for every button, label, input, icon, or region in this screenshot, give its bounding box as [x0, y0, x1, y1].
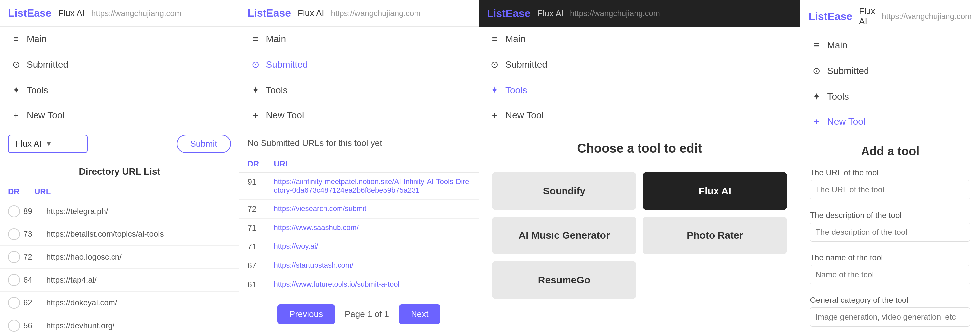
panel4-nav-submitted[interactable]: ⊙ Submitted [800, 58, 980, 84]
panel1-newtool-label: New Tool [27, 110, 65, 121]
category-label: General category of the tool [810, 295, 970, 305]
desc-input[interactable] [810, 222, 970, 242]
row-radio[interactable] [8, 205, 20, 217]
name-section: The name of the tool [800, 250, 980, 292]
row-radio[interactable] [8, 274, 20, 286]
tool-card-soundify[interactable]: Soundify [492, 172, 636, 210]
sub-row-url: https://viesearch.com/submit [274, 204, 470, 213]
sub-col-url: URL [274, 159, 470, 168]
panel4-topbar: ListEase Flux AI https://wangchujiang.co… [800, 0, 980, 33]
category-input[interactable] [810, 307, 970, 327]
dropdown-value: Flux AI [15, 139, 41, 149]
sub-row: 71 https://woy.ai/ [239, 237, 478, 256]
panel3-nav-submitted[interactable]: ⊙ Submitted [479, 52, 800, 77]
panel3-submitted-icon: ⊙ [490, 59, 500, 70]
next-button[interactable]: Next [399, 305, 441, 324]
tool-card-resumego[interactable]: ResumeGo [492, 261, 636, 299]
panel4-nav-tools[interactable]: ✦ Tools [800, 84, 980, 109]
panel3-tools-label: Tools [506, 85, 527, 95]
panel2-topbar: ListEase Flux AI https://wangchujiang.co… [239, 0, 478, 27]
sub-row-dr: 71 [247, 223, 267, 232]
panel1-main-label: Main [27, 34, 47, 44]
col-dr-header: DR [8, 187, 35, 196]
sub-row-dr: 72 [247, 204, 267, 214]
sub-row: 56 https://supertools.therundown.ai/subm… [239, 294, 478, 297]
table-row: 56 https://devhunt.org/ [0, 315, 239, 332]
panel2-logo: ListEase [247, 7, 291, 19]
panel3-nav-tools[interactable]: ✦ Tools [479, 77, 800, 103]
page-info: Page 1 of 1 [345, 309, 389, 319]
panel1-main-icon: ≡ [11, 34, 21, 44]
panel3-logo: ListEase [487, 7, 531, 19]
table-row: 64 https://tap4.ai/ [0, 268, 239, 292]
panel4-logo: ListEase [808, 10, 852, 22]
panel1-nav-submitted[interactable]: ⊙ Submitted [0, 52, 239, 77]
panel3-nav-newtool[interactable]: + New Tool [479, 103, 800, 128]
tool-card-soundify-label: Soundify [543, 186, 585, 196]
sub-row-url: https://www.saashub.com/ [274, 223, 470, 232]
panel1-nav-tools[interactable]: ✦ Tools [0, 77, 239, 103]
pagination: Previous Page 1 of 1 Next [239, 297, 478, 332]
panel1-nav-newtool[interactable]: + New Tool [0, 103, 239, 128]
panel2-nav-submitted[interactable]: ⊙ Submitted [239, 52, 478, 77]
panel3-sitename: Flux AI [537, 8, 563, 19]
panel2-nav-newtool[interactable]: + New Tool [239, 103, 478, 128]
row-radio[interactable] [8, 251, 20, 263]
tool-card-ai-music-generator-label: AI Music Generator [519, 230, 609, 241]
sub-row: 72 https://viesearch.com/submit [239, 200, 478, 219]
panel4-nav: ≡ Main ⊙ Submitted ✦ Tools + New Tool [800, 33, 980, 134]
previous-button[interactable]: Previous [277, 305, 335, 324]
row-url: https://telegra.ph/ [46, 207, 231, 216]
panel3-nav: ≡ Main ⊙ Submitted ✦ Tools + New Tool [479, 27, 800, 128]
sub-row-url: https://aiinfinity-meetpatel.notion.site… [274, 178, 470, 195]
row-radio[interactable] [8, 297, 20, 309]
row-dr: 73 [23, 230, 43, 239]
sub-row-dr: 61 [247, 280, 267, 289]
panel4-tools-label: Tools [827, 91, 849, 102]
name-label: The name of the tool [810, 253, 970, 262]
panel4-sitename: Flux AI [859, 6, 875, 27]
panel2-newtool-icon: + [250, 110, 261, 121]
panel4-nav-newtool[interactable]: + New Tool [800, 109, 980, 134]
row-url: https://dokeyal.com/ [46, 298, 231, 307]
tool-dropdown[interactable]: Flux AI ▼ [8, 135, 88, 153]
sub-row-dr: 91 [247, 178, 267, 187]
panel2-nav-main[interactable]: ≡ Main [239, 27, 478, 52]
row-dr: 89 [23, 207, 43, 216]
panel1-submitted-label: Submitted [27, 59, 68, 70]
panel1-tools-label: Tools [27, 85, 48, 95]
tool-card-photo-rater[interactable]: Photo Rater [643, 216, 787, 254]
url-input[interactable] [810, 180, 970, 199]
desc-section: The description of the tool [800, 207, 980, 250]
panel2-submitted-label: Submitted [266, 59, 308, 70]
panel2-submitted-icon: ⊙ [250, 59, 261, 70]
submit-button[interactable]: Submit [177, 135, 231, 153]
panel3-topbar-dark: ListEase Flux AI https://wangchujiang.co… [479, 0, 800, 27]
desc-label: The description of the tool [810, 211, 970, 220]
sub-table-body: 91 https://aiinfinity-meetpatel.notion.s… [239, 173, 478, 297]
tool-card-flux-ai[interactable]: Flux AI [643, 172, 787, 210]
row-radio[interactable] [8, 320, 20, 332]
panel3-main-label: Main [506, 34, 526, 44]
panel3-newtool-icon: + [490, 110, 500, 121]
panel1-tools-icon: ✦ [11, 84, 21, 95]
dir-title: Directory URL List [0, 160, 239, 184]
row-dr: 62 [23, 298, 43, 307]
sub-row-url: https://woy.ai/ [274, 242, 470, 251]
panel2-nav-tools[interactable]: ✦ Tools [239, 77, 478, 103]
sub-row-dr: 71 [247, 242, 267, 251]
tool-card-ai-music-generator[interactable]: AI Music Generator [492, 216, 636, 254]
panel1-nav-main[interactable]: ≡ Main [0, 27, 239, 52]
name-input[interactable] [810, 265, 970, 284]
category-section: General category of the tool [800, 292, 980, 332]
panel4-newtool-label: New Tool [827, 116, 865, 127]
panel4-nav-main[interactable]: ≡ Main [800, 33, 980, 58]
panel2-nav: ≡ Main ⊙ Submitted ✦ Tools + New Tool [239, 27, 478, 128]
panel3-main-icon: ≡ [490, 34, 500, 44]
sub-row: 61 https://www.futuretools.io/submit-a-t… [239, 275, 478, 294]
row-url: https://tap4.ai/ [46, 275, 231, 284]
row-radio[interactable] [8, 228, 20, 240]
panel3-nav-main[interactable]: ≡ Main [479, 27, 800, 52]
panel4-main-label: Main [827, 40, 847, 51]
sub-row: 67 https://startupstash.com/ [239, 256, 478, 275]
